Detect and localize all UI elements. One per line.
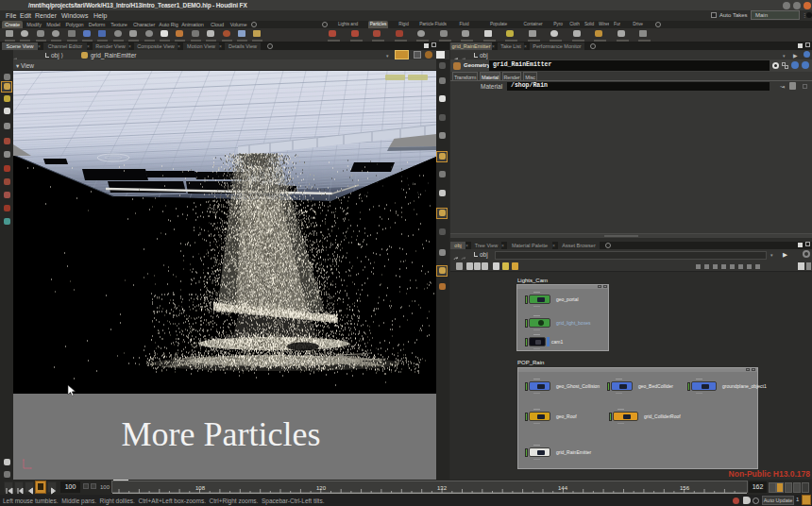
svg-text:156: 156: [680, 485, 690, 491]
svg-text:144: 144: [558, 485, 568, 491]
svg-text:132: 132: [437, 485, 448, 491]
svg-text:120: 120: [316, 485, 327, 491]
svg-text:108: 108: [195, 485, 206, 491]
